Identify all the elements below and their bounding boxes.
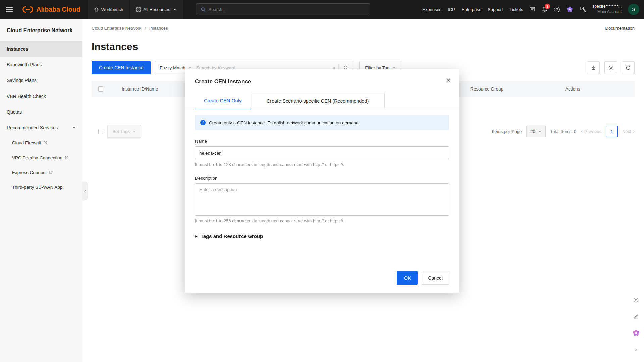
navbar-right: Expenses ICP Enterprise Support Tickets … xyxy=(422,4,644,15)
download-button[interactable] xyxy=(587,61,600,74)
search-icon xyxy=(201,7,206,12)
avatar[interactable]: S xyxy=(628,4,639,15)
notifications-bell-icon[interactable]: 1 xyxy=(542,6,548,12)
nav-link-expenses[interactable]: Expenses xyxy=(422,7,441,12)
alibaba-cloud-logo[interactable]: Alibaba Cloud xyxy=(19,6,88,13)
feedback-pencil-icon[interactable] xyxy=(631,311,641,321)
description-hint: It must be 1 to 256 characters in length… xyxy=(195,218,449,223)
refresh-icon[interactable] xyxy=(622,61,635,74)
chevron-down-icon xyxy=(538,130,542,133)
sidebar-title: Cloud Enterprise Network xyxy=(0,19,82,41)
chevron-up-icon xyxy=(72,126,76,130)
assistant-app-icon[interactable] xyxy=(631,328,641,338)
external-link-icon xyxy=(43,141,47,145)
sidebar: Cloud Enterprise Network Instances Bandw… xyxy=(0,19,82,362)
sidebar-item-quotas[interactable]: Quotas xyxy=(0,104,82,120)
cancel-button[interactable]: Cancel xyxy=(422,271,449,285)
close-icon[interactable]: × xyxy=(446,76,451,84)
nav-link-enterprise[interactable]: Enterprise xyxy=(462,7,481,12)
external-link-icon xyxy=(49,170,53,174)
breadcrumb: Cloud Enterprise Network / Instances xyxy=(92,26,168,31)
info-icon: i xyxy=(200,120,206,125)
global-search-input[interactable] xyxy=(209,7,366,12)
next-page-button[interactable]: Next › xyxy=(622,129,635,134)
logo-text: Alibaba Cloud xyxy=(36,6,80,13)
ok-button[interactable]: OK xyxy=(397,271,418,285)
total-items-label: Total Items: 0 xyxy=(550,129,576,134)
description-field[interactable] xyxy=(195,183,449,216)
sidebar-collapse-handle[interactable]: ‹ xyxy=(82,182,88,200)
create-cen-instance-modal: Create CEN Instance × Create CEN Only Cr… xyxy=(185,69,459,293)
nav-link-icp[interactable]: ICP xyxy=(448,7,455,12)
info-alert: i Create only a CEN instance. Establish … xyxy=(195,115,449,130)
expand-chevron-icon[interactable]: › xyxy=(631,344,641,354)
nav-link-tickets[interactable]: Tickets xyxy=(509,7,523,12)
sidebar-item-vbr-health-check[interactable]: VBR Health Check xyxy=(0,88,82,104)
all-resources-label: All Resources xyxy=(143,7,170,12)
chevron-left-icon: ‹ xyxy=(581,129,583,134)
external-link-icon xyxy=(65,156,69,160)
sidebar-item-third-party-sdwan[interactable]: Third-party SD-WAN Appli xyxy=(0,180,82,194)
tags-section-label: Tags and Resource Group xyxy=(201,233,263,239)
select-all-checkbox-footer[interactable] xyxy=(98,129,103,134)
app-marketplace-icon[interactable] xyxy=(566,6,573,13)
page-size-select[interactable]: 20 xyxy=(526,126,545,137)
alert-text: Create only a CEN instance. Establish ne… xyxy=(209,120,360,125)
nav-link-support[interactable]: Support xyxy=(488,7,503,12)
name-label: Name xyxy=(195,139,449,144)
select-all-checkbox[interactable] xyxy=(98,86,103,92)
home-icon xyxy=(94,7,99,12)
documentation-link[interactable]: Documentation xyxy=(605,26,635,31)
sidebar-item-savings-plans[interactable]: Savings Plans xyxy=(0,72,82,88)
alibaba-logo-icon xyxy=(22,6,34,13)
sidebar-item-cloud-firewall[interactable]: Cloud Firewall xyxy=(0,135,82,150)
create-cen-instance-button[interactable]: Create CEN Instance xyxy=(92,61,151,74)
description-label: Description xyxy=(195,176,449,181)
recommended-services-label: Recommended Services xyxy=(7,125,58,130)
account-type: Main Account xyxy=(592,9,622,15)
column-actions: Actions xyxy=(565,86,635,92)
chevron-down-icon xyxy=(132,130,136,133)
tags-resource-group-toggle[interactable]: ▶ Tags and Resource Group xyxy=(195,233,449,239)
tab-create-cen-only[interactable]: Create CEN Only xyxy=(195,93,251,109)
workbench-label: Workbench xyxy=(101,7,123,12)
account-name: spectre********... xyxy=(592,4,622,9)
hamburger-menu-icon[interactable] xyxy=(0,0,19,19)
chevron-left-icon: ‹ xyxy=(84,188,86,194)
workbench-link[interactable]: Workbench xyxy=(88,0,129,19)
previous-page-button[interactable]: ‹ Previous xyxy=(581,129,601,134)
grid-icon xyxy=(136,7,141,12)
sidebar-item-instances[interactable]: Instances xyxy=(0,41,82,57)
pagination: Items per Page 20 Total Items: 0 ‹ Previ… xyxy=(492,126,635,137)
items-per-page-label: Items per Page xyxy=(492,129,522,134)
breadcrumb-separator: / xyxy=(145,26,146,31)
floating-action-column: › xyxy=(631,295,641,354)
help-icon[interactable]: ? xyxy=(554,7,560,12)
account-menu[interactable]: spectre********... Main Account xyxy=(592,4,622,14)
column-resource-group: Resource Group xyxy=(470,86,565,92)
column-settings-gear-icon[interactable] xyxy=(604,61,617,74)
modal-tabs: Create CEN Only Create Scenario-specific… xyxy=(195,93,449,109)
top-navbar: Alibaba Cloud Workbench All Resources Ex… xyxy=(0,0,644,19)
breadcrumb-parent[interactable]: Cloud Enterprise Network xyxy=(92,26,141,31)
modal-title: Create CEN Instance xyxy=(195,69,449,85)
current-page-button[interactable]: 1 xyxy=(606,126,618,137)
set-tags-button[interactable]: Set Tags xyxy=(107,125,141,138)
tab-create-scenario-specific-cen[interactable]: Create Scenario-specific CEN (Recommende… xyxy=(251,93,385,109)
name-field[interactable] xyxy=(195,146,449,159)
settings-gear-icon[interactable] xyxy=(631,295,641,305)
all-resources-dropdown[interactable]: All Resources xyxy=(130,0,183,19)
sidebar-item-bandwidth-plans[interactable]: Bandwidth Plans xyxy=(0,57,82,72)
sidebar-item-vpc-peering-connection[interactable]: VPC Peering Connection xyxy=(0,150,82,165)
name-hint: It must be 1 to 128 characters in length… xyxy=(195,162,449,167)
triangle-right-icon: ▶ xyxy=(195,234,198,238)
page-title: Instances xyxy=(92,41,635,52)
breadcrumb-current: Instances xyxy=(149,26,168,31)
sidebar-section-recommended-services[interactable]: Recommended Services xyxy=(0,120,82,135)
message-center-icon[interactable] xyxy=(529,6,535,12)
chevron-right-icon: › xyxy=(633,129,635,134)
sidebar-item-express-connect[interactable]: Express Connect xyxy=(0,165,82,180)
language-translate-icon[interactable] xyxy=(580,6,586,13)
chevron-down-icon xyxy=(173,8,177,11)
global-search[interactable] xyxy=(196,3,370,15)
